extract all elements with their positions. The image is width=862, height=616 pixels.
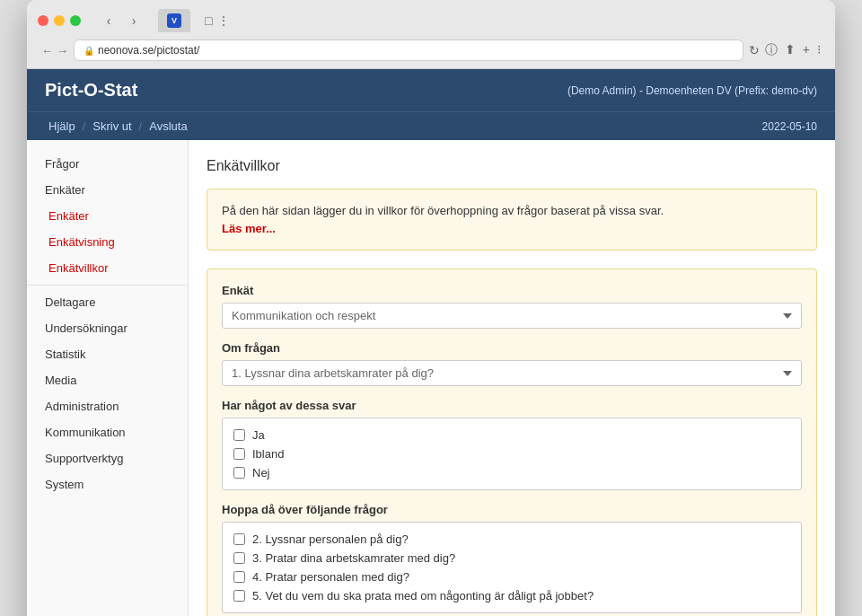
app-date: 2022-05-10: [762, 120, 817, 133]
app-nav: Hjälp / Skriv ut / Avsluta 2022-05-10: [27, 111, 835, 140]
checkbox-skip-3[interactable]: [233, 552, 245, 564]
hoppa-label: Hoppa då över följande frågor: [222, 503, 802, 516]
address-bar-row: ← → 🔒 neonova.se/pictostat/ ↻ ⓘ ⬆ + ⁝: [38, 40, 824, 68]
sidebar: Frågor Enkäter Enkäter Enkätvisning Enkä…: [27, 140, 189, 616]
traffic-lights: [38, 15, 81, 26]
main-content: Enkätvillkor På den här sidan lägger du …: [189, 140, 835, 616]
download-icon[interactable]: ⓘ: [765, 42, 778, 58]
nav-sep-1: /: [79, 112, 90, 140]
sidebar-item-fragor[interactable]: Frågor: [27, 151, 188, 177]
sidebar-item-enkatvillkor[interactable]: Enkätvillkor: [27, 255, 188, 281]
page-title: Enkätvillkor: [207, 158, 817, 174]
lock-icon: 🔒: [84, 46, 94, 56]
info-link[interactable]: Läs mer...: [222, 222, 276, 235]
maximize-button[interactable]: [70, 15, 81, 26]
checkbox-skip-5[interactable]: [233, 590, 245, 602]
answer-label-ja: Ja: [252, 428, 265, 442]
app-nav-links: Hjälp / Skriv ut / Avsluta: [45, 112, 191, 140]
extensions-icon[interactable]: ⁝: [817, 42, 821, 58]
sidebar-item-enkater[interactable]: Enkäter: [27, 177, 188, 203]
nav-help[interactable]: Hjälp: [45, 112, 79, 140]
grid-icon[interactable]: ⋮: [217, 13, 230, 28]
forward-button[interactable]: ›: [124, 11, 144, 31]
new-tab-icon[interactable]: □: [205, 13, 212, 28]
browser-tab[interactable]: V: [158, 9, 190, 32]
skip-item-2: 2. Lyssnar personalen på dig?: [233, 530, 790, 549]
checkbox-ibland[interactable]: [233, 448, 245, 460]
form-section: Enkät Kommunikation och respekt Om fråga…: [207, 268, 817, 616]
sidebar-item-enkater-sub[interactable]: Enkäter: [27, 203, 188, 229]
sidebar-item-statistik[interactable]: Statistik: [27, 341, 188, 367]
sidebar-item-media[interactable]: Media: [27, 367, 188, 393]
back-button[interactable]: ‹: [99, 11, 119, 31]
answer-label-ibland: Ibland: [252, 447, 284, 461]
sidebar-item-system[interactable]: System: [27, 471, 188, 497]
skip-label-3: 3. Pratar dina arbetskamrater med dig?: [252, 551, 455, 565]
minimize-button[interactable]: [54, 15, 65, 26]
browser-nav: ‹ ›: [99, 11, 144, 31]
form-row-enkat: Enkät Kommunikation och respekt: [222, 284, 802, 329]
skip-label-4: 4. Pratar personalen med dig?: [252, 570, 409, 584]
checkbox-skip-4[interactable]: [233, 571, 245, 583]
app-logo: Pict-O-Stat: [45, 80, 137, 101]
app-user-info: (Demo Admin) - Demoenheten DV (Prefix: d…: [567, 84, 817, 97]
share-icon[interactable]: ⬆: [785, 42, 796, 58]
answer-item-ja: Ja: [233, 426, 790, 444]
skip-item-3: 3. Pratar dina arbetskamrater med dig?: [233, 549, 790, 568]
har-nagot-label: Har något av dessa svar: [222, 399, 802, 412]
om-fragan-label: Om frågan: [222, 341, 802, 355]
nav-forward[interactable]: →: [57, 44, 68, 57]
om-fragan-select[interactable]: 1. Lyssnar dina arbetskamrater på dig?: [222, 360, 802, 386]
vault-icon: V: [167, 13, 181, 28]
reload-icon[interactable]: ↻: [749, 43, 760, 57]
add-tab-icon[interactable]: +: [803, 42, 810, 58]
close-button[interactable]: [38, 15, 48, 26]
info-box: På den här sidan lägger du in villkor fö…: [207, 189, 817, 251]
address-bar-actions: ⓘ ⬆ + ⁝: [765, 42, 821, 58]
app-body: Frågor Enkäter Enkäter Enkätvisning Enkä…: [27, 140, 835, 616]
skip-label-2: 2. Lyssnar personalen på dig?: [252, 532, 409, 546]
checkbox-ja[interactable]: [233, 429, 245, 441]
sidebar-divider-1: [27, 285, 188, 286]
nav-logout[interactable]: Avsluta: [145, 112, 190, 140]
checkbox-nej[interactable]: [233, 467, 245, 479]
sidebar-item-undersokningar[interactable]: Undersökningar: [27, 315, 188, 341]
nav-print[interactable]: Skriv ut: [89, 112, 135, 140]
form-row-skip: Hoppa då över följande frågor 2. Lyssnar…: [222, 503, 802, 613]
url-text: neonova.se/pictostat/: [98, 44, 199, 57]
answer-item-ibland: Ibland: [233, 444, 790, 463]
info-text: På den här sidan lägger du in villkor fö…: [222, 204, 664, 217]
enkat-select[interactable]: Kommunikation och respekt: [222, 303, 802, 329]
app-header: Pict-O-Stat (Demo Admin) - Demoenheten D…: [27, 69, 835, 111]
sidebar-item-enkatvisning[interactable]: Enkätvisning: [27, 229, 188, 255]
sidebar-item-kommunikation[interactable]: Kommunikation: [27, 419, 188, 445]
answers-checkbox-group: Ja Ibland Nej: [222, 418, 802, 490]
skip-checkbox-group: 2. Lyssnar personalen på dig? 3. Pratar …: [222, 522, 802, 613]
browser-window: ‹ › V □ ⋮ ← → 🔒 neonova.se/pictostat/: [27, 0, 835, 616]
sidebar-item-deltagare[interactable]: Deltagare: [27, 289, 188, 315]
browser-chrome: ‹ › V □ ⋮ ← → 🔒 neonova.se/pictostat/: [27, 0, 835, 69]
sidebar-item-supportverktyg[interactable]: Supportverktyg: [27, 445, 188, 471]
sidebar-item-administration[interactable]: Administration: [27, 393, 188, 419]
skip-item-5: 5. Vet du vem du ska prata med om någont…: [233, 586, 790, 605]
nav-sep-2: /: [136, 112, 146, 140]
address-bar[interactable]: 🔒 neonova.se/pictostat/: [74, 40, 743, 61]
checkbox-skip-2[interactable]: [233, 533, 245, 545]
answer-item-nej: Nej: [233, 463, 790, 482]
enkat-label: Enkät: [222, 284, 802, 297]
answer-label-nej: Nej: [252, 466, 270, 480]
nav-back[interactable]: ←: [41, 44, 53, 57]
skip-label-5: 5. Vet du vem du ska prata med om någont…: [252, 589, 594, 603]
form-row-om-fragan: Om frågan 1. Lyssnar dina arbetskamrater…: [222, 341, 802, 386]
skip-item-4: 4. Pratar personalen med dig?: [233, 568, 790, 586]
browser-titlebar: ‹ › V □ ⋮: [38, 9, 824, 32]
form-row-answers: Har något av dessa svar Ja Ibland Nej: [222, 399, 802, 490]
tab-bar: V: [158, 9, 190, 32]
